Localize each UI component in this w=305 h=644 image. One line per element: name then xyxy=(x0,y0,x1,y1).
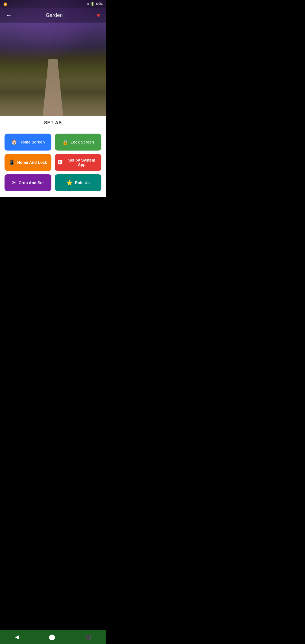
page-title: Garden xyxy=(46,12,63,18)
home-and-lock-button[interactable]: 📱 Home And Lock xyxy=(5,154,51,171)
star-icon: ⭐ xyxy=(66,180,73,185)
home-screen-label: Home Screen xyxy=(19,140,45,144)
lock-screen-button[interactable]: 🔒 Lock Screen xyxy=(55,134,102,151)
system-icon: 🖼 xyxy=(58,160,63,165)
lock-icon: 🔒 xyxy=(62,140,68,145)
crop-and-set-button[interactable]: ✂ Crop And Set xyxy=(5,174,51,191)
crop-icon: ✂ xyxy=(12,180,16,185)
battery-icon: 🔋 xyxy=(90,2,95,6)
set-as-title: SET AS xyxy=(5,120,101,125)
back-button[interactable]: ← xyxy=(4,10,14,21)
sim-icon: 📶 xyxy=(3,3,7,6)
status-bar-left: 📶 xyxy=(3,3,7,6)
toolbar: ← Garden ♥ xyxy=(0,8,106,23)
home-screen-button[interactable]: 🏠 Home Screen xyxy=(5,134,51,151)
heart-icon: ♥ xyxy=(97,12,100,19)
status-bar-right: ✕ 🔋 4:04 xyxy=(87,2,103,6)
home-and-lock-label: Home And Lock xyxy=(17,160,47,165)
status-bar: 📶 ✕ 🔋 4:04 xyxy=(0,0,106,8)
bottom-panel: SET AS 🏠 Home Screen 🔒 Lock Screen 📱 Hom… xyxy=(0,116,106,197)
back-icon: ← xyxy=(6,12,12,19)
favorite-button[interactable]: ♥ xyxy=(95,10,102,21)
phone-icon: 📱 xyxy=(9,160,15,165)
set-by-system-button[interactable]: 🖼 Set by System App xyxy=(55,154,102,171)
lock-screen-label: Lock Screen xyxy=(71,140,94,144)
set-by-system-label: Set by System App xyxy=(65,158,99,167)
rate-us-label: Rate Us xyxy=(75,180,90,185)
crop-and-set-label: Crop And Set xyxy=(19,180,44,185)
section-divider xyxy=(5,129,101,129)
time-display: 4:04 xyxy=(96,2,103,6)
no-sim-icon: ✕ xyxy=(87,3,89,6)
home-icon: 🏠 xyxy=(11,140,17,145)
action-buttons-grid: 🏠 Home Screen 🔒 Lock Screen 📱 Home And L… xyxy=(5,134,101,191)
rate-us-button[interactable]: ⭐ Rate Us xyxy=(55,174,102,191)
